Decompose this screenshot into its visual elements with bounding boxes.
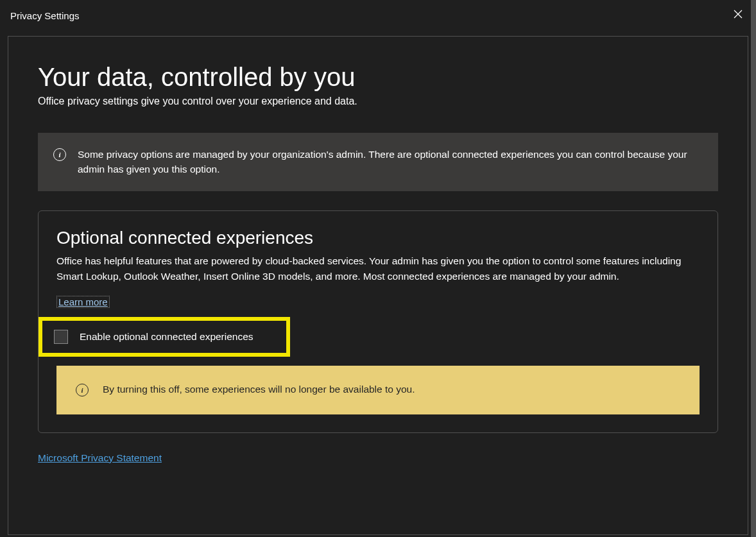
page-heading: Your data, controlled by you bbox=[38, 62, 718, 92]
enable-checkbox-row: Enable optional connected experiences bbox=[39, 317, 290, 357]
main-panel: Your data, controlled by you Office priv… bbox=[8, 36, 748, 535]
section-title: Optional connected experiences bbox=[56, 228, 700, 248]
section-description: Office has helpful features that are pow… bbox=[56, 253, 700, 284]
close-icon bbox=[734, 10, 743, 21]
window-title: Privacy Settings bbox=[10, 10, 80, 21]
learn-more-link[interactable]: Learn more bbox=[56, 296, 110, 308]
enable-optional-checkbox[interactable] bbox=[54, 330, 68, 344]
page-subheading: Office privacy settings give you control… bbox=[38, 96, 718, 107]
optional-experiences-section: Optional connected experiences Office ha… bbox=[38, 210, 718, 433]
warning-banner: i By turning this off, some experiences … bbox=[56, 366, 700, 414]
info-icon: i bbox=[76, 384, 89, 396]
close-button[interactable] bbox=[723, 0, 753, 31]
warning-text: By turning this off, some experiences wi… bbox=[103, 384, 415, 395]
scrollbar[interactable] bbox=[751, 0, 756, 537]
privacy-statement-link[interactable]: Microsoft Privacy Statement bbox=[38, 452, 162, 464]
enable-optional-label[interactable]: Enable optional connected experiences bbox=[80, 331, 253, 343]
info-icon: i bbox=[53, 148, 66, 161]
admin-info-text: Some privacy options are managed by your… bbox=[78, 147, 701, 177]
title-bar: Privacy Settings bbox=[0, 0, 756, 31]
admin-info-banner: i Some privacy options are managed by yo… bbox=[38, 133, 718, 191]
